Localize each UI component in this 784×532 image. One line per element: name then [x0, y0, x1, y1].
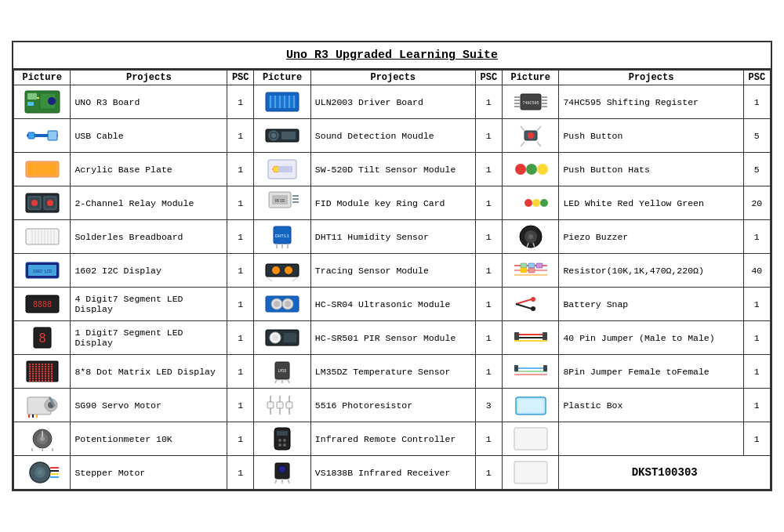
svg-point-168 [51, 375, 53, 377]
svg-rect-112 [284, 333, 296, 342]
table-row: 8*8 Dot Matrix LED Display1LM35LM35DZ Te… [14, 355, 771, 389]
project-name: Solderles Breadboard [71, 220, 227, 254]
svg-rect-237 [514, 461, 547, 483]
pic-cell [14, 389, 71, 422]
svg-point-143 [48, 368, 49, 370]
svg-point-131 [35, 366, 37, 367]
psc-value: 40 [743, 254, 770, 288]
header-proj-2: Projects [310, 71, 475, 85]
psc-value: 1 [227, 119, 254, 153]
svg-point-4 [48, 97, 56, 105]
svg-line-35 [521, 126, 524, 131]
header-proj-3: Projects [559, 71, 743, 85]
svg-point-226 [38, 470, 42, 475]
svg-point-182 [45, 380, 46, 382]
header-psc-1: PSC [227, 71, 254, 85]
psc-value: 1 [227, 220, 254, 254]
svg-point-125 [42, 364, 43, 365]
psc-value: 1 [475, 220, 502, 254]
svg-point-183 [48, 380, 49, 382]
pic-cell: DHT11 [254, 220, 310, 254]
svg-line-33 [521, 142, 524, 147]
table-row: SG90 Servo Motor15516 Photoresistor3Plas… [14, 389, 771, 422]
svg-point-100 [274, 301, 280, 307]
project-name: 5516 Photoresistor [310, 389, 475, 422]
psc-value: 5 [743, 119, 770, 153]
project-name: Tracing Sensor Module [310, 254, 475, 288]
svg-point-128 [51, 364, 53, 365]
pic-cell [14, 153, 71, 186]
psc-value: 1 [227, 85, 254, 119]
svg-point-124 [38, 364, 40, 365]
svg-point-145 [29, 371, 31, 372]
svg-point-49 [31, 200, 38, 206]
svg-rect-23 [541, 106, 547, 107]
pic-cell: 8 [14, 321, 71, 355]
project-name: Push Button Hats [559, 153, 743, 186]
svg-line-34 [537, 142, 541, 147]
project-name: SW-520D Tilt Sensor Module [310, 153, 475, 186]
svg-point-219 [278, 439, 281, 442]
svg-point-153 [29, 373, 31, 375]
svg-point-166 [45, 375, 46, 377]
project-name: Acrylic Base Plate [71, 153, 227, 186]
project-name: VS1838B Infrared Receiver [310, 456, 475, 490]
svg-text:RFID: RFID [275, 199, 285, 204]
psc-value: 1 [227, 321, 254, 355]
table-row: Acrylic Base Plate1SW-520D Tilt Sensor M… [14, 153, 771, 186]
pic-cell [502, 119, 558, 153]
project-name: USB Cable [71, 119, 227, 153]
svg-point-59 [532, 199, 540, 207]
svg-point-165 [42, 375, 43, 377]
svg-rect-1 [27, 93, 37, 100]
svg-rect-92 [528, 263, 535, 268]
pic-cell [254, 85, 310, 119]
svg-point-84 [272, 266, 280, 274]
svg-rect-20 [541, 96, 547, 98]
project-name: Stepper Motor [71, 456, 227, 490]
svg-point-43 [515, 164, 526, 175]
svg-point-57 [517, 199, 524, 207]
pic-cell [502, 355, 558, 389]
svg-rect-25 [48, 131, 57, 140]
svg-point-142 [45, 368, 46, 370]
psc-value: 1 [743, 355, 770, 389]
svg-rect-93 [536, 263, 543, 268]
svg-point-130 [32, 366, 34, 367]
project-name: FID Module key Ring Card [310, 186, 475, 220]
pic-cell [502, 422, 558, 456]
table-row: 81 Digit7 Segment LED Display1HC-SR501 P… [14, 321, 771, 355]
svg-point-147 [35, 371, 37, 372]
psc-value: 5 [743, 153, 770, 186]
pic-cell [502, 254, 558, 288]
svg-point-150 [45, 371, 46, 372]
pic-cell [502, 321, 558, 355]
project-name: Push Button [559, 119, 743, 153]
svg-point-221 [278, 443, 281, 447]
svg-point-106 [531, 306, 535, 311]
psc-value: 1 [475, 288, 502, 321]
psc-value: 20 [743, 186, 770, 220]
table-row: Stepper Motor1VS1838B Infrared Receiver1… [14, 456, 771, 490]
svg-rect-54 [292, 195, 299, 197]
project-name: UNO R3 Board [71, 85, 227, 119]
pic-cell [254, 389, 310, 422]
project-name: 2-Channel Relay Module [71, 186, 227, 220]
svg-rect-119 [543, 335, 547, 340]
svg-point-144 [51, 368, 53, 370]
psc-value: 1 [475, 186, 502, 220]
svg-rect-19 [514, 106, 521, 107]
svg-point-172 [38, 378, 40, 379]
svg-point-160 [51, 373, 53, 375]
svg-point-127 [48, 364, 49, 365]
svg-point-233 [281, 468, 285, 472]
svg-rect-94 [521, 268, 527, 273]
svg-line-36 [537, 126, 541, 131]
psc-value: 1 [743, 288, 770, 321]
svg-point-174 [45, 378, 46, 379]
pic-cell: 74HC595 [502, 85, 558, 119]
pic-cell [502, 220, 558, 254]
svg-rect-91 [521, 263, 527, 268]
project-name: HC-SR04 Ultrasonic Module [310, 288, 475, 321]
svg-point-122 [32, 364, 34, 365]
